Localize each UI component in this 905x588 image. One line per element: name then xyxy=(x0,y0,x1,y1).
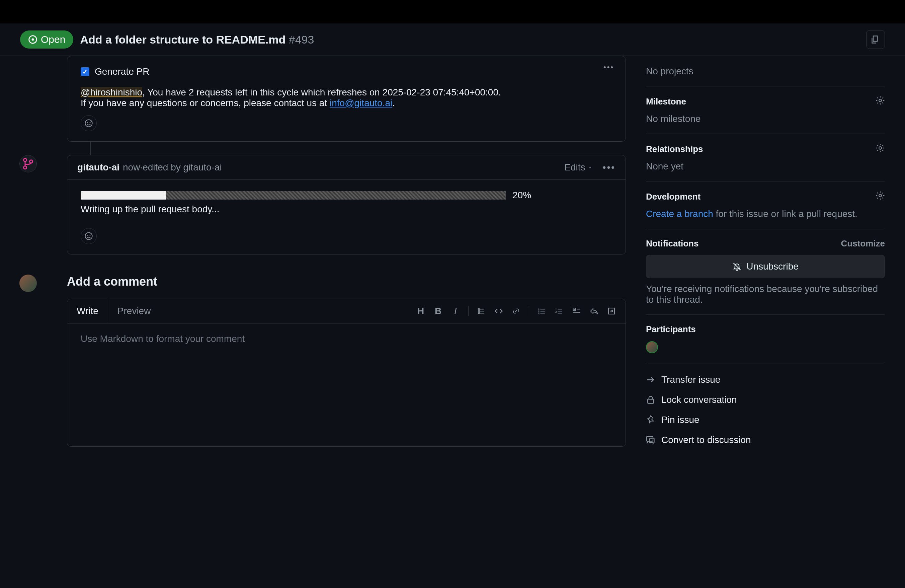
development-text: Create a branch for this issue or link a… xyxy=(646,208,885,219)
pin-issue-label: Pin issue xyxy=(661,415,700,425)
transfer-issue-button[interactable]: Transfer issue xyxy=(646,370,885,390)
status-text: Open xyxy=(41,34,65,45)
contact-email-link[interactable]: info@gitauto.ai xyxy=(330,98,392,108)
lock-conversation-button[interactable]: Lock conversation xyxy=(646,390,885,410)
participants-title: Participants xyxy=(646,324,696,335)
comment-text-1: , You have 2 requests left in this cycle… xyxy=(142,87,501,97)
pin-icon xyxy=(646,415,655,424)
progress-status-text: Writing up the pull request body... xyxy=(67,204,626,221)
convert-discussion-button[interactable]: Convert to discussion xyxy=(646,430,885,450)
add-reaction-button[interactable] xyxy=(81,115,97,131)
svg-point-3 xyxy=(87,122,88,123)
toolbar-separator xyxy=(529,306,529,316)
reply-icon xyxy=(590,307,598,315)
quote-icon xyxy=(477,307,485,315)
italic-button[interactable]: I xyxy=(448,304,463,318)
milestone-title: Milestone xyxy=(646,97,686,107)
fullscreen-button[interactable] xyxy=(604,304,619,318)
convert-discussion-label: Convert to discussion xyxy=(661,435,751,445)
user-mention[interactable]: @hiroshinishio xyxy=(81,87,142,97)
issue-title: Add a folder structure to README.md #493 xyxy=(80,33,314,46)
svg-point-19 xyxy=(879,147,881,149)
progress-bar xyxy=(81,191,506,200)
participant-avatar[interactable] xyxy=(646,341,658,353)
status-badge: Open xyxy=(20,30,73,49)
quote-button[interactable] xyxy=(474,304,489,318)
bullet-list-icon xyxy=(538,307,546,315)
reply-button[interactable] xyxy=(587,304,602,318)
comment-menu-button[interactable]: ••• xyxy=(602,63,616,72)
svg-point-9 xyxy=(87,235,88,236)
numbered-list-icon: 12 xyxy=(555,307,563,315)
development-settings-button[interactable] xyxy=(876,191,885,203)
lock-icon xyxy=(646,395,655,405)
gear-icon xyxy=(876,143,885,153)
unsubscribe-button[interactable]: Unsubscribe xyxy=(646,255,885,278)
svg-point-7 xyxy=(30,160,33,163)
comment-author[interactable]: gitauto-ai xyxy=(77,162,119,173)
bell-slash-icon xyxy=(732,262,741,271)
milestone-settings-button[interactable] xyxy=(876,96,885,108)
create-branch-link[interactable]: Create a branch xyxy=(646,208,713,219)
comment-text-3: . xyxy=(392,98,395,108)
svg-rect-21 xyxy=(648,399,654,403)
svg-point-20 xyxy=(879,194,881,197)
development-rest: for this issue or link a pull request. xyxy=(713,208,857,219)
svg-point-13 xyxy=(538,312,540,314)
relationships-settings-button[interactable] xyxy=(876,143,885,155)
svg-point-12 xyxy=(538,310,540,312)
svg-point-10 xyxy=(90,235,91,236)
issue-header: Open Add a folder structure to README.md… xyxy=(0,24,905,56)
bullet-list-button[interactable] xyxy=(535,304,549,318)
heading-button[interactable]: H xyxy=(413,304,428,318)
code-button[interactable] xyxy=(491,304,506,318)
notifications-description: You're receiving notifications because y… xyxy=(646,284,885,305)
gear-icon xyxy=(876,191,885,200)
svg-point-1 xyxy=(32,38,34,41)
comment-card: gitauto-ai now · edited by gitauto-ai Ed… xyxy=(67,155,626,254)
svg-point-4 xyxy=(90,122,91,123)
issue-open-icon xyxy=(28,35,38,44)
svg-point-18 xyxy=(879,99,881,102)
separator: · xyxy=(140,162,143,173)
bot-avatar[interactable] xyxy=(19,155,37,172)
customize-link[interactable]: Customize xyxy=(841,238,885,249)
comment-textarea[interactable] xyxy=(67,323,626,444)
chevron-down-icon xyxy=(587,165,593,170)
edits-dropdown[interactable]: Edits xyxy=(564,162,592,173)
current-user-avatar[interactable] xyxy=(19,275,37,292)
svg-text:2: 2 xyxy=(555,310,557,313)
toolbar-separator xyxy=(468,306,468,316)
issue-number: #493 xyxy=(289,33,314,46)
window-chrome xyxy=(0,0,905,24)
pin-issue-button[interactable]: Pin issue xyxy=(646,410,885,430)
svg-point-8 xyxy=(85,232,92,239)
comment-time: now xyxy=(123,162,140,173)
code-icon xyxy=(495,307,503,315)
comment-card: ••• Generate PR @hiroshinishio, You have… xyxy=(67,56,626,141)
edited-by: edited by gitauto-ai xyxy=(143,162,222,173)
relationships-title: Relationships xyxy=(646,144,703,154)
comment-text: @hiroshinishio, You have 2 requests left… xyxy=(81,87,612,108)
bold-button[interactable]: B xyxy=(431,304,446,318)
tasklist-icon xyxy=(573,307,581,315)
smiley-icon xyxy=(84,232,93,240)
tab-write[interactable]: Write xyxy=(67,299,108,323)
add-reaction-button[interactable] xyxy=(81,228,97,244)
milestone-value: No milestone xyxy=(646,113,885,124)
comment-editor: Write Preview H B I 12 xyxy=(67,299,626,447)
numbered-list-button[interactable]: 12 xyxy=(552,304,567,318)
task-list-button[interactable] xyxy=(569,304,584,318)
tab-preview[interactable]: Preview xyxy=(108,299,160,323)
timeline-connector xyxy=(90,141,91,155)
link-button[interactable] xyxy=(509,304,524,318)
svg-point-11 xyxy=(538,308,540,310)
issue-sidebar: No projects Milestone No milestone Relat… xyxy=(646,56,885,450)
copy-link-button[interactable] xyxy=(866,30,885,49)
generate-pr-checkbox[interactable] xyxy=(81,67,89,76)
gear-icon xyxy=(876,96,885,105)
git-branch-icon xyxy=(22,158,34,170)
unsubscribe-label: Unsubscribe xyxy=(746,261,799,272)
discussion-icon xyxy=(646,435,655,445)
comment-menu-button[interactable]: ••• xyxy=(603,162,616,173)
